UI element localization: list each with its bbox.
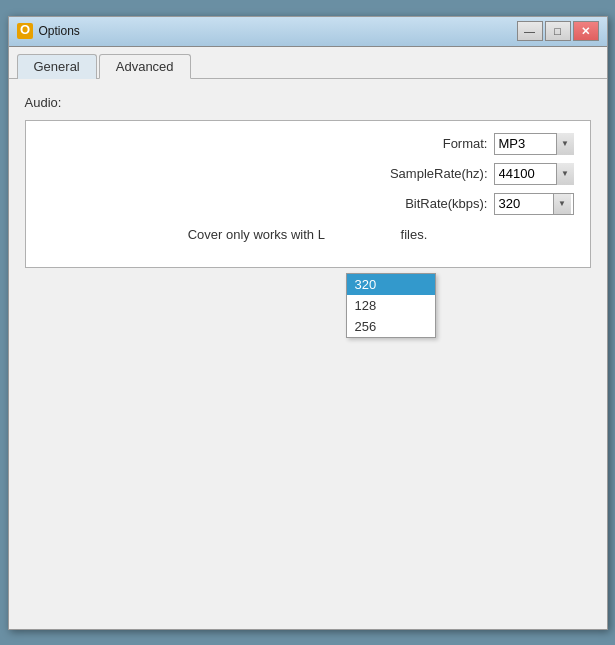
bitrate-option-128[interactable]: 128 [347,295,435,316]
bitrate-selected-value: 320 [499,196,521,211]
bitrate-select-display[interactable]: 320 ▼ [494,193,574,215]
bitrate-option-256[interactable]: 256 [347,316,435,337]
format-row: Format: MP3 ▼ [42,133,574,155]
window-controls: — □ ✕ [517,21,599,41]
minimize-button[interactable]: — [517,21,543,41]
cover-note: Cover only works with L files. [188,227,428,243]
app-icon: O [17,23,33,39]
cover-text-row: Cover only works with L files. [42,223,574,243]
samplerate-select[interactable]: 44100 [494,163,574,185]
samplerate-row: SampleRate(hz): 44100 ▼ [42,163,574,185]
format-select-wrapper: MP3 ▼ [494,133,574,155]
svg-text:O: O [19,25,29,37]
bitrate-option-320[interactable]: 320 [347,274,435,295]
bitrate-row: BitRate(kbps): 320 ▼ [42,193,574,215]
samplerate-select-wrapper: 44100 ▼ [494,163,574,185]
maximize-button[interactable]: □ [545,21,571,41]
format-label: Format: [443,136,488,151]
audio-settings-box: Format: MP3 ▼ SampleRate(hz): 44100 ▼ [25,120,591,268]
window-title: Options [39,24,517,38]
bitrate-dropdown-arrow[interactable]: ▼ [553,194,571,214]
close-button[interactable]: ✕ [573,21,599,41]
audio-section-label: Audio: [25,95,591,110]
format-select[interactable]: MP3 [494,133,574,155]
tab-general[interactable]: General [17,54,97,79]
bitrate-dropdown-popup: 320 128 256 [346,273,436,338]
title-bar: O Options — □ ✕ [9,17,607,47]
options-window: O Options — □ ✕ General Advanced Audio: … [8,16,608,630]
bitrate-label: BitRate(kbps): [405,196,487,211]
tab-bar: General Advanced [9,47,607,79]
samplerate-label: SampleRate(hz): [390,166,488,181]
tab-content: Audio: Format: MP3 ▼ SampleRate(hz): 441… [9,79,607,629]
tab-advanced[interactable]: Advanced [99,54,191,79]
